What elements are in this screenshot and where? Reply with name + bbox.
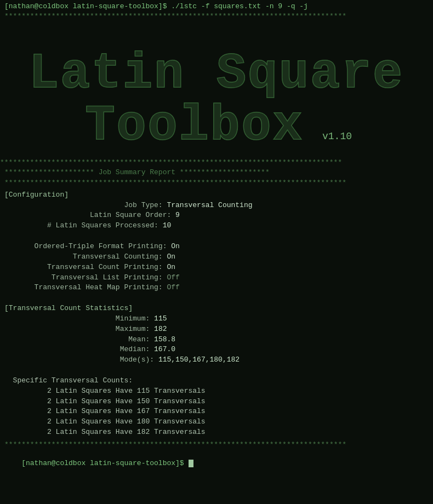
flags-section: Ordered-Triple Format Printing: On Trans… xyxy=(4,242,429,293)
report-header-center: ********************* Job Summary Report… xyxy=(4,168,429,177)
blank-line-2 xyxy=(4,293,429,303)
logo-container: Latin Square Latin Square Toolbox Toolbo… xyxy=(0,21,433,158)
specific-counts-header: Specific Transversal Counts: xyxy=(4,376,429,386)
config-section: [Configuration] Job Type: Transversal Co… xyxy=(4,190,429,231)
processed-row: # Latin Squares Processed: 10 xyxy=(4,221,429,231)
job-type-row: Job Type: Transversal Counting xyxy=(4,201,429,211)
blank-line-3 xyxy=(4,365,429,376)
specific-count-row-2: 2 Latin Squares Have 167 Transversals xyxy=(4,406,429,417)
ordered-triple-row: Ordered-Triple Format Printing: On xyxy=(4,242,429,252)
transversal-list-row: Transversal List Printing: Off xyxy=(4,273,429,283)
specific-count-row-1: 2 Latin Squares Have 150 Transversals xyxy=(4,397,429,407)
transversal-counting-row: Transversal Counting: On xyxy=(4,252,429,262)
top-command-line: [nathan@coldbox latin-square-toolbox]$ .… xyxy=(0,0,433,12)
heat-map-row: Transversal Heat Map Printing: Off xyxy=(4,283,429,293)
content-area: [Configuration] Job Type: Transversal Co… xyxy=(0,188,433,440)
statistics-section: [Transversal Count Statistics] Minimum: … xyxy=(4,303,429,365)
svg-text:Latin Square: Latin Square xyxy=(29,46,404,102)
minimum-row: Minimum: 115 xyxy=(4,314,429,324)
specific-count-row-0: 2 Latin Squares Have 115 Transversals xyxy=(4,386,429,397)
cursor xyxy=(189,460,193,467)
median-row: Median: 167.0 xyxy=(4,345,429,355)
maximum-row: Maximum: 182 xyxy=(4,324,429,335)
report-header-stars: ****************************************… xyxy=(4,178,429,188)
stars-after-logo: ****************************************… xyxy=(0,158,433,168)
svg-text:Toolbox: Toolbox xyxy=(85,98,304,153)
stats-header: [Transversal Count Statistics] xyxy=(4,303,429,314)
terminal-window: [nathan@coldbox latin-square-toolbox]$ .… xyxy=(0,0,433,504)
transversal-count-print-row: Transversal Count Printing: On xyxy=(4,262,429,273)
blank-line-1 xyxy=(4,231,429,242)
mean-row: Mean: 158.8 xyxy=(4,335,429,345)
bottom-command-line[interactable]: [nathan@coldbox latin-square-toolbox]$ xyxy=(0,450,433,478)
mode-row: Mode(s): 115,150,167,180,182 xyxy=(4,355,429,365)
stars-top: ****************************************… xyxy=(0,12,433,21)
svg-text:v1.10: v1.10 xyxy=(322,131,352,142)
stars-bottom: ****************************************… xyxy=(0,440,433,450)
order-row: Latin Square Order: 9 xyxy=(4,210,429,221)
report-header: ********************* Job Summary Report… xyxy=(0,168,433,187)
specific-count-row-3: 2 Latin Squares Have 180 Transversals xyxy=(4,417,429,427)
config-header: [Configuration] xyxy=(4,190,429,201)
specific-counts-section: Specific Transversal Counts: 2 Latin Squ… xyxy=(4,376,429,438)
specific-count-row-4: 2 Latin Squares Have 182 Transversals xyxy=(4,427,429,438)
